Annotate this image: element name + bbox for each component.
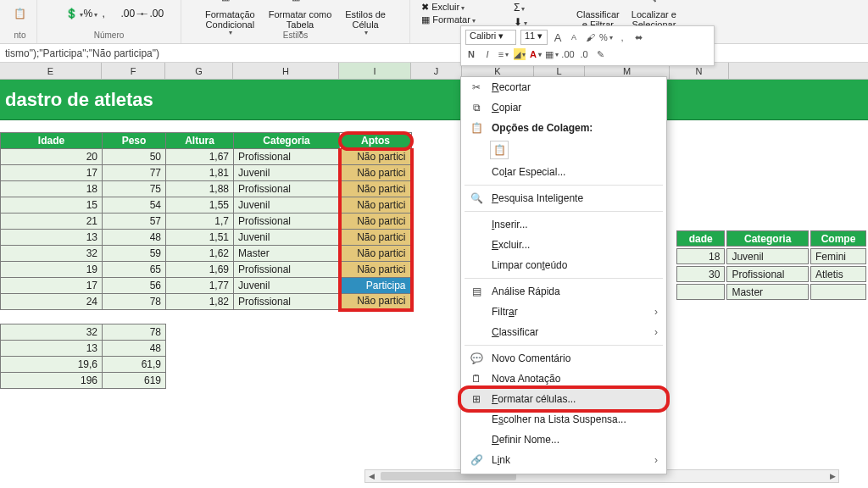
paste-options-icon: 📋 bbox=[470, 122, 483, 134]
table-row[interactable]: 30ProfissionalAtletis bbox=[676, 266, 866, 282]
scroll-right-icon[interactable]: ▶ bbox=[826, 472, 838, 480]
th-peso[interactable]: Peso bbox=[103, 133, 166, 149]
th-altura[interactable]: Altura bbox=[166, 133, 234, 149]
conditional-formatting-button[interactable]: ▦Formatação Condicional bbox=[205, 0, 255, 37]
copy-icon: ⧉ bbox=[470, 102, 483, 114]
ctx-format-cells[interactable]: ⊞Formatar células... bbox=[461, 389, 666, 409]
dec-decimal-icon[interactable]: ←.00 bbox=[140, 8, 153, 21]
table-row[interactable]: 24781,82ProfissionalNão partici bbox=[1, 294, 412, 310]
main-table: Idade Peso Altura Categoria Aptos 20501,… bbox=[0, 132, 414, 312]
paste-icon[interactable]: 📋 bbox=[14, 8, 27, 21]
ctx-sort[interactable]: Classificar› bbox=[461, 322, 666, 342]
col-header-G[interactable]: G bbox=[165, 63, 233, 79]
font-color-icon[interactable]: A bbox=[530, 48, 542, 60]
col-header-H[interactable]: H bbox=[233, 63, 339, 79]
ctx-new-comment[interactable]: 💬Novo Comentário bbox=[461, 348, 666, 369]
inc-decimal-icon[interactable]: .00→ bbox=[121, 8, 135, 21]
ribbon: 📋 nto 💲 % , .00→ ←.00 Número ▦Formatação… bbox=[0, 0, 868, 44]
ctx-new-note[interactable]: 🗒Nova Anotação bbox=[461, 369, 666, 389]
dec-decimal2-icon[interactable]: .0 bbox=[578, 48, 590, 60]
ctx-smart-lookup[interactable]: 🔍Pesquisa Inteligente bbox=[461, 188, 666, 208]
italic-icon[interactable]: I bbox=[481, 48, 493, 60]
col-header-E[interactable]: E bbox=[0, 63, 102, 79]
format-cells-icon: ⊞ bbox=[470, 393, 483, 405]
ctx-copy[interactable]: ⧉Copiar bbox=[461, 97, 666, 118]
table-row[interactable]: 17771,81JuvenilNão partici bbox=[1, 165, 412, 181]
th-dade[interactable]: dade bbox=[676, 230, 725, 247]
chevron-right-icon: › bbox=[654, 306, 658, 318]
search-icon: 🔍 bbox=[470, 192, 483, 204]
fill-color-icon[interactable]: ◢ bbox=[514, 48, 526, 60]
comment-icon: 💬 bbox=[470, 352, 483, 364]
link-icon: 🔗 bbox=[470, 454, 483, 466]
format-cells-button[interactable]: ▦ Formatar bbox=[421, 14, 476, 25]
font-size-select[interactable]: 11 ▾ bbox=[520, 30, 548, 45]
table-row[interactable]: 19,661,9 bbox=[1, 356, 166, 372]
cell-styles-button[interactable]: ▭Estilos de Célula bbox=[345, 0, 386, 37]
ctx-cut[interactable]: ✂Recortar bbox=[461, 77, 666, 97]
ctx-paste-special[interactable]: Colar Especial... bbox=[461, 162, 666, 182]
col-header-J[interactable]: J bbox=[411, 63, 462, 79]
percent-icon[interactable]: % bbox=[84, 8, 97, 21]
col-header-I[interactable]: I bbox=[339, 63, 411, 79]
table-row[interactable]: 15541,55JuvenilNão partici bbox=[1, 197, 412, 214]
ctx-define-name[interactable]: Definir Nome... bbox=[461, 430, 666, 450]
ctx-link[interactable]: 🔗Link› bbox=[461, 450, 666, 470]
col-header-F[interactable]: F bbox=[102, 63, 165, 79]
ctx-pick-from-list[interactable]: Escolher na Lista Suspensa... bbox=[461, 409, 666, 430]
table-row[interactable]: 20501,67ProfissionalNão partici bbox=[1, 149, 412, 165]
bold-icon[interactable]: N bbox=[465, 48, 477, 60]
chevron-right-icon: › bbox=[654, 326, 658, 338]
percent-style-icon[interactable]: % bbox=[600, 31, 612, 43]
ctx-delete[interactable]: Excluir... bbox=[461, 235, 666, 255]
table-row[interactable]: 21571,7ProfissionalNão partici bbox=[1, 214, 412, 230]
comma-style-icon[interactable]: , bbox=[616, 31, 628, 43]
table-row[interactable]: Master bbox=[676, 284, 866, 300]
font-name-select[interactable]: Calibri ▾ bbox=[465, 30, 516, 45]
th-categoria[interactable]: Categoria bbox=[234, 133, 340, 149]
decrease-font-icon[interactable]: A bbox=[568, 31, 580, 43]
number-format-icon[interactable]: 💲 bbox=[65, 8, 79, 21]
note-icon: 🗒 bbox=[470, 373, 483, 385]
delete-cells-button[interactable]: ✖ Excluir bbox=[421, 2, 465, 13]
table-row[interactable]: 13481,51JuvenilNão partici bbox=[1, 230, 412, 246]
borders-icon[interactable]: ▦ bbox=[546, 48, 558, 60]
table-row[interactable]: 19651,69ProfissionalNão partici bbox=[1, 262, 412, 278]
scroll-left-icon[interactable]: ◀ bbox=[365, 472, 377, 480]
group-label-estilos: Estilos bbox=[283, 30, 308, 40]
ctx-quick-analysis[interactable]: ▤Análise Rápida bbox=[461, 281, 666, 302]
increase-font-icon[interactable]: A bbox=[552, 31, 564, 43]
group-label-numero: Número bbox=[94, 30, 125, 40]
table-row[interactable]: 3278 bbox=[1, 324, 166, 340]
autosum-icon[interactable]: Σ bbox=[514, 2, 527, 15]
ctx-filter[interactable]: Filtrar› bbox=[461, 302, 666, 322]
th-aptos[interactable]: Aptos bbox=[340, 133, 412, 149]
table-row[interactable]: 1348 bbox=[1, 340, 166, 356]
align-icon[interactable]: ≡ bbox=[498, 48, 509, 60]
inc-decimal2-icon[interactable]: .00 bbox=[562, 48, 574, 60]
th-categoria2[interactable]: Categoria bbox=[726, 230, 809, 247]
comma-icon[interactable]: , bbox=[103, 8, 116, 21]
worksheet: dastro de atletas Idade Peso Altura Cate… bbox=[0, 80, 868, 389]
th-idade[interactable]: Idade bbox=[1, 133, 103, 149]
ctx-clear[interactable]: Limpar conteúdo bbox=[461, 255, 666, 275]
merge-icon[interactable]: ⬌ bbox=[632, 31, 644, 43]
format-painter-icon[interactable]: 🖌 bbox=[584, 31, 596, 43]
ctx-insert[interactable]: Inserir... bbox=[461, 214, 666, 235]
table-row[interactable]: 196619 bbox=[1, 372, 166, 388]
side-table: dade Categoria Compe 18JuvenilFemini30Pr… bbox=[675, 229, 868, 302]
th-competi[interactable]: Compe bbox=[810, 230, 866, 247]
stats-table: 3278134819,661,9196619 bbox=[0, 324, 166, 389]
sheet-title: dastro de atletas bbox=[0, 80, 868, 120]
quick-analysis-icon: ▤ bbox=[470, 286, 483, 297]
formula-bar[interactable]: tismo");"Participa";"Não participa") bbox=[0, 44, 868, 63]
table-row[interactable]: 18JuvenilFemini bbox=[676, 248, 866, 264]
context-menu: ✂Recortar ⧉Copiar 📋Opções de Colagem: 📋 … bbox=[460, 76, 667, 474]
format-painter2-icon[interactable]: ✎ bbox=[594, 48, 606, 60]
table-row[interactable]: 17561,77JuvenilParticipa bbox=[1, 278, 412, 294]
scissors-icon: ✂ bbox=[470, 81, 483, 93]
table-row[interactable]: 18751,88ProfissionalNão partici bbox=[1, 181, 412, 197]
column-headers[interactable]: EFGHIJKLMN bbox=[0, 63, 868, 80]
paste-keep-source-icon[interactable]: 📋 bbox=[490, 141, 509, 159]
table-row[interactable]: 32591,62MasterNão partici bbox=[1, 246, 412, 262]
